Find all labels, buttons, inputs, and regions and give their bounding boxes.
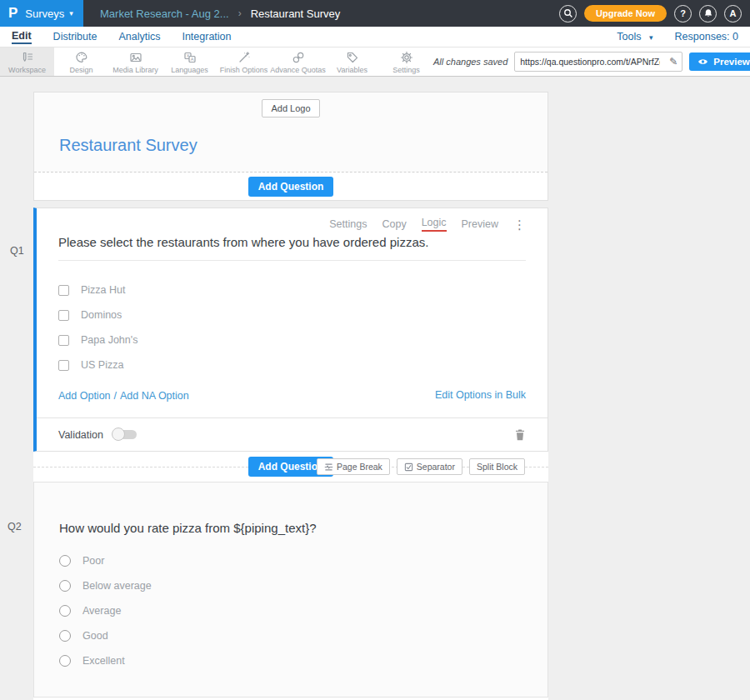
tab-integration[interactable]: Integration [182,31,231,42]
checkbox-dominos[interactable] [58,310,69,321]
add-question-button[interactable]: Add Question [248,177,334,197]
checkbox-papa-johns[interactable] [58,335,69,346]
toggle-knob [112,428,125,441]
palette-icon [74,50,89,65]
option-label[interactable]: Papa John's [81,334,138,346]
tools-menu[interactable]: Tools ▾ [617,31,652,42]
add-logo-button[interactable]: Add Logo [262,99,319,118]
edit-url-pencil-icon[interactable]: ✎ [665,56,682,68]
wand-icon [237,50,252,65]
notifications-button[interactable] [699,5,717,22]
question-card-q1[interactable]: Q1 Settings Copy Logic Preview ⋮ Please … [33,208,548,452]
validation-label: Validation [58,429,103,441]
bell-icon [703,8,713,18]
q2-option-row: Below average [59,573,522,598]
tab-distribute[interactable]: Distribute [53,31,98,42]
svg-text:X: X [186,52,189,58]
toolbar-item-settings[interactable]: Settings [379,48,433,76]
validation-control: Validation [58,429,137,441]
radio-below-average[interactable] [59,580,71,592]
toolbar-item-variables[interactable]: Variables [325,48,379,76]
q2-option-row: Excellent [59,648,522,673]
q1-preview-link[interactable]: Preview [462,218,498,230]
avatar-label: A [730,8,737,18]
tab-edit[interactable]: Edit [12,30,32,44]
validation-toggle[interactable] [113,430,137,439]
header-actions: Upgrade Now ? A [559,5,750,22]
toolbar-item-finish-options[interactable]: Finish Options [217,48,271,76]
survey-url-input[interactable] [515,57,665,67]
survey-column: Add Logo Restaurant Survey Add Question … [33,92,548,700]
question-card-q2[interactable]: Q2 How would you rate pizza from ${pipin… [33,482,548,698]
q1-links-row: Add Option/Add NA Option Edit Options in… [58,382,526,408]
survey-header-top: Add Logo Restaurant Survey [34,92,548,172]
option-label[interactable]: Dominos [81,309,122,321]
search-button[interactable] [559,5,577,22]
q1-copy-link[interactable]: Copy [382,218,406,230]
q2-option-row: Good [59,623,522,648]
radio-good[interactable] [59,630,71,642]
q1-body: Settings Copy Logic Preview ⋮ Please sel… [37,208,548,408]
radio-poor[interactable] [59,555,71,567]
q1-logic-link[interactable]: Logic [422,217,447,232]
toolbar-label: Variables [337,66,368,74]
upgrade-now-button[interactable]: Upgrade Now [584,5,667,22]
separator-button[interactable]: Separator [397,458,462,475]
toolbar-right: All changes saved ✎ Preview [433,48,750,76]
option-label[interactable]: Poor [82,555,104,567]
delete-question-button[interactable] [514,428,526,441]
q2-question-text[interactable]: How would you rate pizza from ${piping_t… [59,521,522,535]
link-separator: / [114,390,117,402]
q1-option-row: Dominos [58,302,526,328]
radio-average[interactable] [59,605,71,617]
checkbox-us-pizza[interactable] [58,360,69,371]
add-question-row-top: Add Question [34,172,548,200]
toolbar-item-design[interactable]: Design [54,48,108,76]
edit-options-in-bulk-link[interactable]: Edit Options in Bulk [435,389,526,401]
chevron-down-icon: ▾ [69,9,73,18]
q1-add-option-links: Add Option/Add NA Option [58,388,189,402]
question-number-q2: Q2 [8,521,22,532]
toolbar-label: Media Library [112,66,158,74]
q1-settings-link[interactable]: Settings [329,218,367,230]
add-option-link[interactable]: Add Option [58,390,111,402]
option-label[interactable]: US Pizza [81,359,123,371]
radio-excellent[interactable] [59,655,71,667]
toolbar-item-workspace[interactable]: Workspace [0,48,54,76]
survey-header-card: Add Logo Restaurant Survey Add Question [33,92,548,201]
option-label[interactable]: Good [82,630,108,642]
preview-label: Preview [713,57,749,67]
help-button[interactable]: ? [674,5,692,22]
page-break-button[interactable]: Page Break [317,458,390,475]
survey-title[interactable]: Restaurant Survey [59,136,548,155]
survey-canvas: Add Logo Restaurant Survey Add Question … [0,77,750,700]
top-header: P Surveys ▾ Market Research - Aug 2... ›… [0,0,750,27]
questionpro-logo-icon: P [8,5,18,22]
add-na-option-link[interactable]: Add NA Option [120,390,189,402]
q1-kebab-menu-icon[interactable]: ⋮ [513,218,526,231]
workspace-icon [20,50,35,65]
checkbox-pizza-hut[interactable] [58,285,69,296]
toolbar-items: Workspace Design Media Library X A Langu… [0,48,433,76]
avatar[interactable]: A [724,5,742,22]
q1-question-text[interactable]: Please select the restaurants from where… [58,235,526,261]
toolbar-item-media-library[interactable]: Media Library [108,48,162,76]
option-label[interactable]: Below average [82,580,152,592]
q1-menu: Settings Copy Logic Preview ⋮ [58,208,526,228]
toolbar-item-languages[interactable]: X A Languages [162,48,217,76]
preview-button[interactable]: Preview [689,52,750,71]
option-label[interactable]: Pizza Hut [81,284,126,296]
toolbar-item-advance-quotas[interactable]: Advance Quotas [271,48,325,76]
tab-analytics[interactable]: Analytics [118,31,160,42]
option-label[interactable]: Average [82,605,121,617]
question-number-q1: Q1 [10,245,24,257]
q1-option-row: Pizza Hut [58,278,526,302]
split-block-button[interactable]: Split Block [469,458,525,475]
product-menu[interactable]: P Surveys ▾ [0,0,83,27]
responses-count[interactable]: Responses: 0 [675,31,738,42]
page-break-icon [324,462,333,472]
q1-option-row: Papa John's [58,328,526,352]
breadcrumb-folder[interactable]: Market Research - Aug 2... [100,8,229,20]
option-label[interactable]: Excellent [82,655,125,667]
toolbar-label: Languages [171,66,208,74]
